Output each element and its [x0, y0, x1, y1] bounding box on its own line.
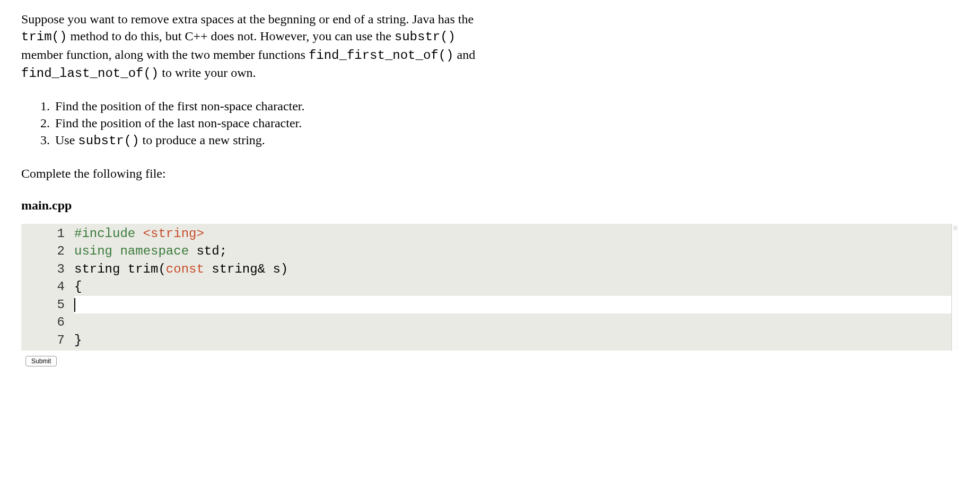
token-using: using	[74, 244, 112, 258]
text-cursor-icon	[74, 298, 75, 312]
intro-paragraph: Suppose you want to remove extra spaces …	[21, 11, 498, 83]
intro-text-5: to write your own.	[159, 66, 256, 80]
intro-text-2: method to do this, but C++ does not. How…	[67, 29, 394, 43]
step-3-suffix: to produce a new string.	[139, 133, 265, 147]
step-3-prefix: Use	[55, 133, 78, 147]
code-content-2: using namespace std;	[74, 242, 959, 260]
code-content-7: }	[74, 331, 959, 350]
line-number: 4	[21, 278, 74, 296]
code-content-4: {	[74, 278, 959, 296]
intro-text-3: member function, along with the two memb…	[21, 48, 309, 62]
line-number: 6	[21, 313, 74, 331]
code-content-1: #include <string>	[74, 225, 959, 243]
submit-button[interactable]: Submit	[25, 356, 57, 366]
token-space	[112, 244, 120, 258]
complete-label: Complete the following file:	[21, 165, 959, 182]
token-signature-a: string trim(	[74, 262, 166, 276]
code-line-1: 1 #include <string>	[21, 225, 959, 243]
step-3: Use substr() to produce a new string.	[53, 132, 959, 150]
steps-list: Find the position of the first non-space…	[53, 98, 959, 150]
code-line-2: 2 using namespace std;	[21, 242, 959, 260]
step-1: Find the position of the first non-space…	[53, 98, 959, 115]
code-line-7: 7 }	[21, 331, 959, 350]
intro-code-substr: substr()	[395, 30, 456, 44]
token-std: std;	[189, 244, 227, 258]
intro-text-4: and	[454, 48, 476, 62]
code-content-5[interactable]	[74, 296, 959, 314]
code-line-3: 3 string trim(const string& s)	[21, 260, 959, 278]
intro-code-trim: trim()	[21, 30, 67, 44]
intro-code-find-last: find_last_not_of()	[21, 66, 159, 81]
token-namespace: namespace	[120, 244, 189, 258]
code-line-4: 4 {	[21, 278, 959, 296]
code-line-6: 6	[21, 313, 959, 331]
intro-code-find-first: find_first_not_of()	[309, 48, 454, 63]
step-3-code: substr()	[78, 134, 139, 148]
scrollbar-vertical[interactable]	[951, 224, 959, 351]
code-editor-wrap: 1 #include <string> 2 using namespace st…	[21, 224, 959, 351]
step-2: Find the position of the last non-space …	[53, 115, 959, 132]
line-number: 7	[21, 331, 74, 350]
line-number: 3	[21, 260, 74, 278]
line-number: 5	[21, 296, 74, 314]
intro-text-1: Suppose you want to remove extra spaces …	[21, 12, 474, 26]
token-signature-b: string& s)	[204, 262, 288, 276]
token-const: const	[166, 262, 204, 276]
line-number: 2	[21, 242, 74, 260]
code-editor[interactable]: 1 #include <string> 2 using namespace st…	[21, 224, 959, 351]
filename-label: main.cpp	[21, 197, 959, 214]
token-include: #include	[74, 226, 135, 241]
code-line-5-editable[interactable]: 5	[21, 296, 959, 314]
token-include-arg: <string>	[135, 226, 204, 241]
line-number: 1	[21, 225, 74, 243]
code-content-3: string trim(const string& s)	[74, 260, 959, 278]
